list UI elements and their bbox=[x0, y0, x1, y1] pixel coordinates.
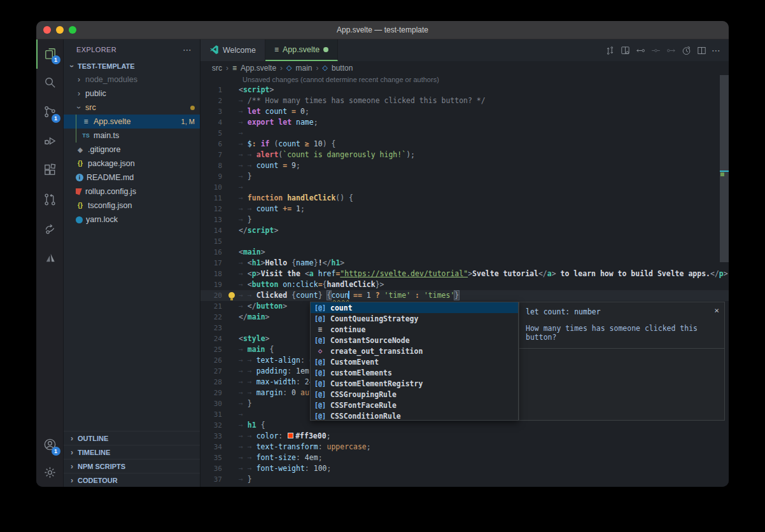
code-line-11[interactable]: 11→function handleClick() { bbox=[200, 193, 729, 204]
code-line-13[interactable]: 13→} bbox=[200, 214, 729, 225]
code-line-34[interactable]: 34→→text-transform: uppercase; bbox=[200, 442, 729, 452]
code-line-5[interactable]: 5→ bbox=[200, 128, 729, 139]
open-preview-icon[interactable] bbox=[620, 45, 631, 56]
activity-github-pr[interactable] bbox=[36, 186, 64, 215]
dirty-indicator[interactable] bbox=[323, 47, 328, 52]
titlebar[interactable]: App.svelte — test-template bbox=[36, 21, 729, 39]
code-line-9[interactable]: 9→} bbox=[200, 171, 729, 182]
activity-extensions[interactable] bbox=[36, 157, 64, 186]
suggest-item-customElements[interactable]: [@]customElements bbox=[311, 367, 518, 378]
minimize-window-button[interactable] bbox=[56, 26, 64, 34]
close-icon[interactable]: × bbox=[714, 305, 719, 315]
activity-live-share[interactable] bbox=[36, 215, 64, 244]
file-tree: ›node_modules›public›src≡App.svelte1, MT… bbox=[64, 73, 200, 227]
suggest-item-CustomEvent[interactable]: [@]CustomEvent bbox=[311, 356, 518, 367]
suggest-label: CountQueuingStrategy bbox=[330, 314, 418, 324]
code-line-8[interactable]: 8→→count = 9; bbox=[200, 160, 729, 171]
line-number: 15 bbox=[200, 236, 226, 247]
file-row-rollup.config.js[interactable]: rollup.config.js bbox=[64, 185, 200, 199]
code-line-16[interactable]: 16<main> bbox=[200, 247, 729, 258]
code-line-35[interactable]: 35→→font-size: 4em; bbox=[200, 452, 729, 463]
suggest-item-continue[interactable]: ≡continue bbox=[311, 324, 518, 335]
code-line-12[interactable]: 12→→count += 1; bbox=[200, 204, 729, 214]
code-line-17[interactable]: 17→<h1>Hello {name}!</h1> bbox=[200, 258, 729, 269]
close-window-button[interactable] bbox=[43, 26, 51, 34]
tab-app-svelte[interactable]: ≡ App.svelte bbox=[265, 39, 338, 61]
section-outline[interactable]: ›OUTLINE bbox=[64, 431, 200, 445]
file-row-src[interactable]: ›src bbox=[64, 101, 200, 115]
suggest-item-CSSConditionRule[interactable]: [@]CSSConditionRule bbox=[311, 410, 518, 421]
chevron-right-icon: › bbox=[69, 448, 75, 457]
breadcrumb-main[interactable]: main bbox=[296, 64, 312, 73]
open-changes-icon[interactable] bbox=[605, 45, 615, 56]
file-history-icon[interactable] bbox=[681, 45, 692, 56]
tab-label: Welcome bbox=[223, 46, 256, 55]
extensions-icon bbox=[43, 163, 57, 180]
code-line-14[interactable]: 14</script> bbox=[200, 225, 729, 236]
activity-search[interactable] bbox=[36, 69, 64, 98]
tab-welcome[interactable]: Welcome bbox=[200, 39, 265, 61]
section-npm-scripts[interactable]: ›NPM SCRIPTS bbox=[64, 459, 200, 473]
file-row-.gitignore[interactable]: ◆.gitignore bbox=[64, 143, 200, 157]
file-row-package.json[interactable]: {}package.json bbox=[64, 157, 200, 171]
activity-explorer[interactable]: 1 bbox=[36, 39, 64, 69]
suggest-item-create_out_transition[interactable]: ◇create_out_transition bbox=[311, 346, 518, 356]
scrollbar-slider[interactable] bbox=[720, 75, 729, 262]
vertical-scrollbar[interactable] bbox=[720, 74, 729, 487]
file-row-main.ts[interactable]: TSmain.ts bbox=[64, 129, 200, 143]
breadcrumb-src[interactable]: src bbox=[212, 64, 222, 73]
code-line-20[interactable]: 20→→Clicked {count} {coun == 1 ? 'time' … bbox=[200, 290, 729, 301]
activity-azure[interactable] bbox=[36, 244, 64, 274]
workspace-root-row[interactable]: › TEST-TEMPLATE bbox=[64, 59, 200, 73]
activity-settings[interactable] bbox=[36, 460, 64, 487]
section-timeline[interactable]: ›TIMELINE bbox=[64, 445, 200, 459]
lightbulb-icon[interactable] bbox=[228, 292, 235, 298]
breadcrumb-button[interactable]: button bbox=[332, 64, 353, 73]
code-line-4[interactable]: 4→export let name; bbox=[200, 117, 729, 128]
more-actions-icon[interactable]: ⋯ bbox=[712, 45, 721, 55]
suggest-item-CSSFontFaceRule[interactable]: [@]CSSFontFaceRule bbox=[311, 400, 518, 410]
zoom-window-button[interactable] bbox=[69, 26, 76, 34]
code-line-18[interactable]: 18→<p>Visit the <a href="https://svelte.… bbox=[200, 269, 729, 279]
activity-source-control[interactable]: 1 bbox=[36, 98, 64, 127]
suggest-label: CustomElementRegistry bbox=[330, 379, 423, 389]
activity-run-debug[interactable] bbox=[36, 127, 64, 157]
file-row-tsconfig.json[interactable]: {}tsconfig.json bbox=[64, 199, 200, 213]
line-number: 18 bbox=[200, 269, 226, 279]
go-forward-icon[interactable] bbox=[666, 45, 677, 56]
activity-accounts[interactable]: 1 bbox=[36, 431, 64, 460]
file-row-App.svelte[interactable]: ≡App.svelte1, M bbox=[64, 115, 200, 129]
go-back-icon[interactable] bbox=[635, 45, 646, 56]
suggest-item-CSSGroupingRule[interactable]: [@]CSSGroupingRule bbox=[311, 389, 518, 400]
code-line-32[interactable]: 32→h1 { bbox=[200, 420, 729, 431]
current-change-icon[interactable] bbox=[650, 45, 661, 56]
file-row-README.md[interactable]: iREADME.md bbox=[64, 171, 200, 185]
file-row-yarn.lock[interactable]: yarn.lock bbox=[64, 213, 200, 227]
suggest-item-count[interactable]: [@]count bbox=[311, 302, 518, 313]
code-line-33[interactable]: 33→→color: #ff3e00; bbox=[200, 431, 729, 442]
suggest-item-ConstantSourceNode[interactable]: [@]ConstantSourceNode bbox=[311, 335, 518, 346]
code-line-6[interactable]: 6→$: if (count ≥ 10) { bbox=[200, 139, 729, 150]
line-number: 3 bbox=[200, 106, 226, 117]
suggest-item-CustomElementRegistry[interactable]: [@]CustomElementRegistry bbox=[311, 378, 518, 389]
file-row-public[interactable]: ›public bbox=[64, 87, 200, 101]
code-line-10[interactable]: 10→ bbox=[200, 182, 729, 193]
code-editor[interactable]: Unsaved changes (cannot determine recent… bbox=[200, 74, 729, 487]
code-line-2[interactable]: 2→/** How many times has someone clicked… bbox=[200, 95, 729, 106]
code-line-15[interactable]: 15 bbox=[200, 236, 729, 247]
breadcrumb-app-svelte[interactable]: App.svelte bbox=[241, 64, 276, 73]
section-codetour[interactable]: ›CODETOUR bbox=[64, 473, 200, 487]
code-line-37[interactable]: 37→} bbox=[200, 474, 729, 485]
code-line-36[interactable]: 36→→font-weight: 100; bbox=[200, 463, 729, 474]
suggest-widget: [@]count[@]CountQueuingStrategy≡continue… bbox=[310, 302, 519, 421]
code-line-1[interactable]: 1<script> bbox=[200, 85, 729, 95]
suggest-item-CountQueuingStrategy[interactable]: [@]CountQueuingStrategy bbox=[311, 313, 518, 324]
code-line-7[interactable]: 7→→alert(`count is dangerously high!`); bbox=[200, 150, 729, 160]
code-line-3[interactable]: 3→let count = 0; bbox=[200, 106, 729, 117]
github-pull-requests-icon bbox=[43, 192, 57, 209]
explorer-more-actions-icon[interactable]: ⋯ bbox=[183, 45, 192, 55]
code-line-19[interactable]: 19→<button on:click={handleClick}> bbox=[200, 279, 729, 290]
git-file-icon: ◆ bbox=[76, 145, 85, 154]
file-row-node_modules[interactable]: ›node_modules bbox=[64, 73, 200, 87]
split-editor-icon[interactable] bbox=[696, 45, 707, 56]
